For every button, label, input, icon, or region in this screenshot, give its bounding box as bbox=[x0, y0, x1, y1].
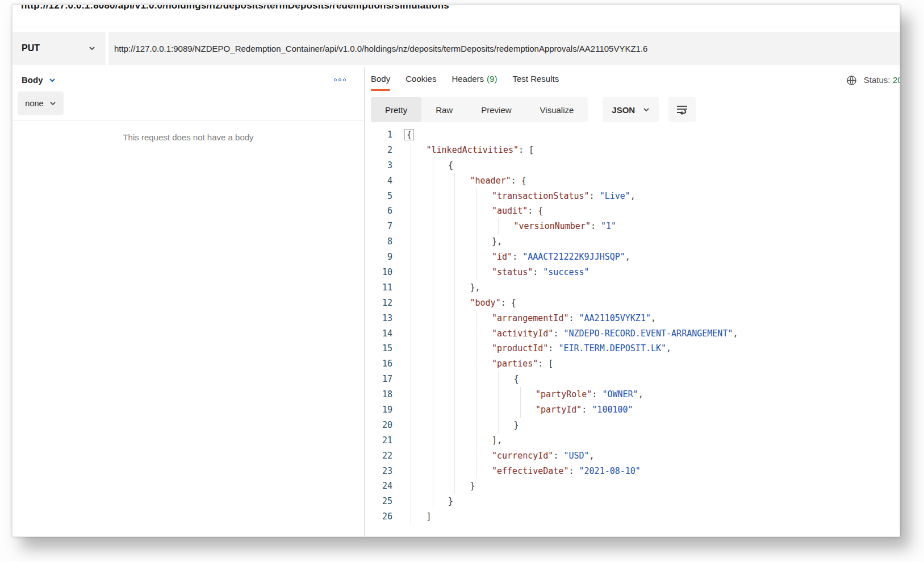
line-number: 6 bbox=[371, 203, 404, 219]
tab-headers[interactable]: Headers(9) bbox=[451, 67, 497, 93]
line-number: 14 bbox=[371, 326, 404, 342]
tab-body[interactable]: Body bbox=[371, 67, 390, 93]
response-tabs: BodyCookiesHeaders(9)Test Results bbox=[371, 67, 559, 93]
code-line: 21], bbox=[371, 433, 900, 448]
line-number: 15 bbox=[371, 341, 404, 356]
request-body-panel: Body none This request does not have a b… bbox=[12, 67, 365, 536]
code-line: 8}, bbox=[371, 234, 900, 249]
method-select[interactable]: PUT bbox=[12, 32, 106, 65]
line-number: 2 bbox=[371, 143, 404, 158]
view-mode-raw[interactable]: Raw bbox=[421, 97, 467, 122]
code-line: 18"partyRole": "OWNER", bbox=[371, 387, 900, 402]
view-mode-switch: PrettyRawPreviewVisualize bbox=[371, 97, 588, 122]
code-line: 9"id": "AAACT21222K9JJHSQP", bbox=[371, 249, 900, 265]
view-mode-preview[interactable]: Preview bbox=[467, 97, 525, 122]
code-line: 15"productId": "EIR.TERM.DEPOSIT.LK", bbox=[371, 341, 900, 356]
code-line: 3{ bbox=[371, 158, 900, 173]
globe-icon bbox=[846, 75, 857, 86]
chevron-down-icon bbox=[89, 45, 95, 52]
line-number: 5 bbox=[371, 189, 404, 204]
previous-request-url-clipped: http://127.0.0.1:8080/api/v1.0.0/holding… bbox=[12, 5, 900, 27]
code-line: 24} bbox=[371, 478, 900, 494]
line-number: 11 bbox=[371, 280, 404, 295]
divider bbox=[12, 120, 364, 120]
language-label: JSON bbox=[612, 105, 635, 115]
url-input[interactable]: http://127.0.0.1:9089/NZDEPO_Redemption_… bbox=[108, 32, 900, 65]
url-text: http://127.0.0.1:9089/NZDEPO_Redemption_… bbox=[114, 44, 647, 53]
line-number: 21 bbox=[371, 433, 404, 448]
code-line: 22"currencyId": "USD", bbox=[371, 448, 900, 464]
code-line: 20} bbox=[371, 418, 900, 433]
method-label: PUT bbox=[22, 43, 40, 53]
line-number: 17 bbox=[371, 372, 404, 387]
code-line: 7"versionNumber": "1" bbox=[371, 219, 900, 234]
status-area: Status: 200 bbox=[846, 67, 900, 93]
code-line: 13"arrangementId": "AA21105VYKZ1", bbox=[371, 311, 900, 326]
response-panel: BodyCookiesHeaders(9)Test Results Status… bbox=[365, 67, 900, 536]
code-line: 16"parties": [ bbox=[371, 356, 900, 372]
line-number: 12 bbox=[371, 295, 404, 311]
previous-url-text: http://127.0.0.1:8080/api/v1.0.0/holding… bbox=[21, 5, 449, 11]
line-number: 22 bbox=[371, 448, 404, 464]
view-mode-pretty[interactable]: Pretty bbox=[371, 97, 421, 122]
divider bbox=[12, 27, 900, 27]
chevron-down-icon bbox=[49, 100, 56, 107]
line-number: 10 bbox=[371, 265, 404, 280]
chevron-down-icon bbox=[643, 106, 650, 113]
body-type-select[interactable]: none bbox=[18, 91, 64, 115]
line-number: 3 bbox=[371, 158, 404, 173]
tab-test-results[interactable]: Test Results bbox=[512, 67, 559, 93]
tab-label: Body bbox=[371, 74, 390, 84]
body-type-label: none bbox=[25, 99, 43, 108]
wrap-lines-icon bbox=[676, 104, 688, 115]
wrap-lines-button[interactable] bbox=[668, 97, 696, 122]
language-select[interactable]: JSON bbox=[603, 97, 659, 122]
code-line: 5"transactionStatus": "Live", bbox=[371, 189, 900, 204]
line-number: 16 bbox=[371, 356, 404, 372]
line-number: 8 bbox=[371, 234, 404, 249]
line-number: 24 bbox=[371, 478, 404, 494]
line-number: 13 bbox=[371, 311, 404, 326]
empty-body-message: This request does not have a body bbox=[12, 132, 364, 142]
tab-label: Headers bbox=[451, 74, 484, 84]
request-bar: PUT http://127.0.0.1:9089/NZDEPO_Redempt… bbox=[12, 32, 900, 65]
line-number: 7 bbox=[371, 219, 404, 234]
line-number: 18 bbox=[371, 387, 404, 402]
response-body-code[interactable]: 1{2"linkedActivities": [3{4"header": {5"… bbox=[371, 127, 900, 524]
code-line: 25} bbox=[371, 494, 900, 509]
more-options-icon[interactable] bbox=[332, 76, 348, 84]
line-number: 9 bbox=[371, 249, 404, 265]
chevron-down-icon bbox=[49, 77, 56, 84]
line-number: 1 bbox=[371, 127, 404, 143]
code-line: 2"linkedActivities": [ bbox=[371, 143, 900, 158]
tab-count-badge: (9) bbox=[487, 74, 497, 84]
code-line: 1{ bbox=[371, 127, 900, 143]
status-value: 200 bbox=[893, 75, 900, 85]
code-line: 6"audit": { bbox=[371, 203, 900, 219]
code-line: 23"effectiveDate": "2021-08-10" bbox=[371, 464, 900, 479]
code-line: 12"body": { bbox=[371, 295, 900, 311]
code-line: 14"activityId": "NZDEPO-RECORD.EVENT-ARR… bbox=[371, 326, 900, 342]
line-number: 20 bbox=[371, 418, 404, 433]
status-label: Status: bbox=[864, 75, 890, 85]
code-line: 10"status": "success" bbox=[371, 265, 900, 280]
code-line: 4"header": { bbox=[371, 173, 900, 189]
code-line: 26] bbox=[371, 509, 900, 524]
code-line: 19"partyId": "100100" bbox=[371, 402, 900, 418]
view-mode-visualize[interactable]: Visualize bbox=[526, 97, 588, 122]
tab-cookies[interactable]: Cookies bbox=[405, 67, 436, 93]
tab-label: Test Results bbox=[512, 74, 559, 84]
body-section-label: Body bbox=[22, 75, 43, 85]
line-number: 19 bbox=[371, 402, 404, 418]
code-line: 17{ bbox=[371, 372, 900, 387]
response-toolbar: PrettyRawPreviewVisualize JSON bbox=[371, 97, 900, 122]
line-number: 4 bbox=[371, 173, 404, 189]
line-number: 26 bbox=[371, 509, 404, 524]
line-number: 23 bbox=[371, 464, 404, 479]
code-line: 11}, bbox=[371, 280, 900, 295]
line-number: 25 bbox=[371, 494, 404, 509]
app-window: http://127.0.0.1:8080/api/v1.0.0/holding… bbox=[12, 5, 900, 537]
body-section-toggle[interactable]: Body bbox=[22, 75, 56, 85]
tab-label: Cookies bbox=[405, 74, 436, 84]
